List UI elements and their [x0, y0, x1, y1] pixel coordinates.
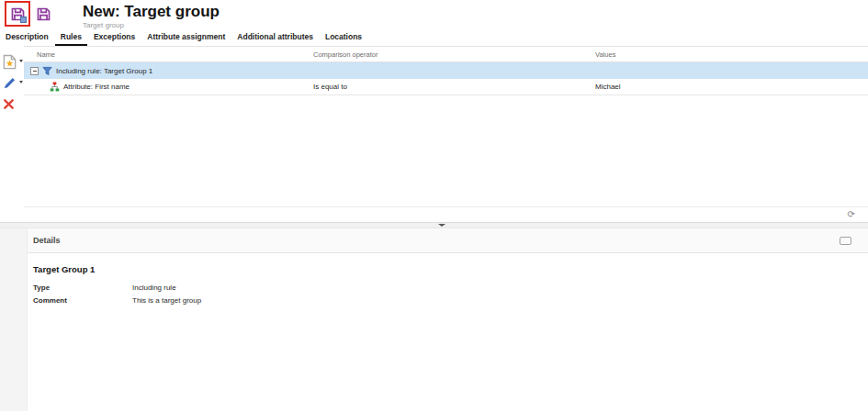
- pencil-icon: [3, 76, 17, 90]
- table-row-including-rule[interactable]: Including rule: Target Group 1: [24, 62, 868, 79]
- tab-locations[interactable]: Locations: [321, 29, 366, 47]
- side-toolbar: [0, 46, 24, 222]
- details-header-title: Details: [33, 236, 61, 245]
- column-header-name[interactable]: Name: [24, 50, 313, 59]
- row-values-text: Michael: [595, 83, 621, 91]
- collapse-expander-icon[interactable]: [30, 67, 39, 75]
- details-body: Target Group 1 Type Including rule Comme…: [28, 253, 868, 411]
- details-field-comment: Comment This is a target group: [33, 296, 868, 305]
- field-label: Comment: [33, 296, 132, 305]
- new-rule-dropdown-caret[interactable]: [19, 60, 23, 62]
- save-variant-button[interactable]: [32, 3, 54, 25]
- save-badge-icon: [20, 17, 27, 23]
- pane-splitter[interactable]: [0, 222, 868, 228]
- top-toolbar: New: Target group Target group: [0, 0, 868, 29]
- row-name-text: Attribute: First name: [63, 83, 130, 91]
- new-rule-button[interactable]: [0, 51, 24, 72]
- tab-attribute-assignment[interactable]: Attribute assignment: [142, 29, 230, 47]
- tab-rules[interactable]: Rules: [56, 29, 86, 47]
- save-button[interactable]: [6, 3, 28, 25]
- page-subtitle: Target group: [83, 21, 220, 29]
- table-row-attribute[interactable]: Attribute: First name Is equal to Michae…: [24, 79, 868, 95]
- rules-pane: Name Comparison operator Values Includin…: [0, 46, 868, 222]
- field-value: Including rule: [132, 283, 176, 292]
- rule-icon: [42, 66, 52, 76]
- rules-grid: Name Comparison operator Values Includin…: [24, 46, 868, 222]
- field-value: This is a target group: [132, 296, 201, 305]
- floppy-disk-icon: [36, 6, 51, 22]
- delete-rule-button[interactable]: [0, 94, 24, 115]
- details-fields: Type Including rule Comment This is a ta…: [33, 283, 868, 305]
- tab-description[interactable]: Description: [1, 29, 53, 47]
- row-operator-text: Is equal to: [313, 83, 347, 91]
- details-header: Details: [28, 228, 868, 253]
- details-panel: Details Target Group 1 Type Including ru…: [0, 228, 868, 411]
- expand-panel-icon[interactable]: [840, 237, 851, 245]
- tab-additional-attributes[interactable]: Additional attributes: [232, 29, 318, 47]
- title-block: New: Target group Target group: [83, 4, 220, 29]
- column-header-comparison-operator[interactable]: Comparison operator: [313, 50, 595, 59]
- attribute-icon: [50, 82, 60, 92]
- page-title: New: Target group: [83, 4, 220, 20]
- splitter-handle-icon[interactable]: [438, 224, 445, 227]
- edit-rule-button[interactable]: [0, 72, 24, 94]
- edit-rule-dropdown-caret[interactable]: [19, 81, 23, 83]
- details-left-gutter: [0, 228, 28, 411]
- row-name-text: Including rule: Target Group 1: [56, 67, 152, 75]
- grid-empty-area: [24, 95, 868, 206]
- new-document-icon: [3, 54, 17, 70]
- details-title: Target Group 1: [33, 264, 868, 274]
- grid-footer: ⟳: [24, 206, 868, 222]
- details-field-type: Type Including rule: [33, 283, 868, 292]
- tab-exceptions[interactable]: Exceptions: [89, 29, 140, 47]
- tab-bar: Description Rules Exceptions Attribute a…: [0, 29, 868, 46]
- grid-header-row: Name Comparison operator Values: [24, 46, 868, 62]
- refresh-icon[interactable]: ⟳: [848, 210, 855, 219]
- red-x-icon: [3, 98, 15, 110]
- column-header-values[interactable]: Values: [595, 50, 868, 59]
- field-label: Type: [33, 283, 132, 292]
